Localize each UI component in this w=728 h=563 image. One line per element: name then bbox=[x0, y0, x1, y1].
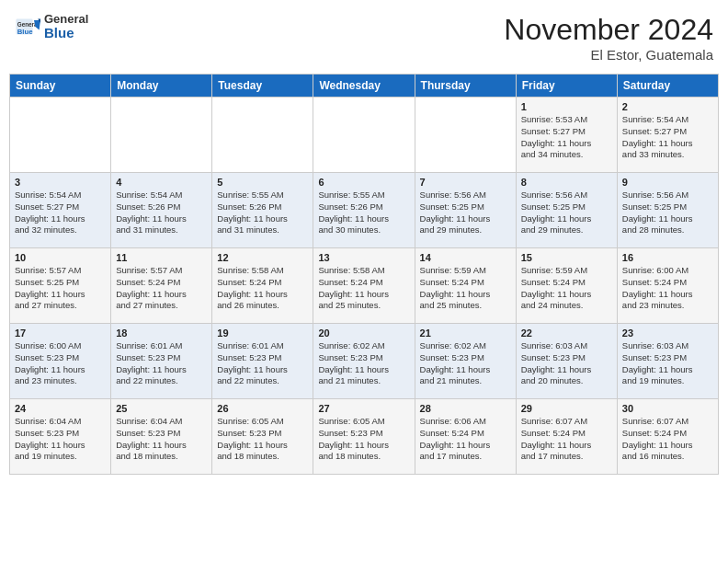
day-number: 20 bbox=[318, 327, 409, 339]
day-info: Sunrise: 6:07 AMSunset: 5:24 PMDaylight:… bbox=[622, 416, 713, 463]
day-info: Sunrise: 5:59 AMSunset: 5:24 PMDaylight:… bbox=[521, 265, 612, 312]
day-number: 26 bbox=[217, 403, 308, 414]
calendar-cell: 29Sunrise: 6:07 AMSunset: 5:24 PMDayligh… bbox=[516, 399, 617, 475]
calendar-cell: 23Sunrise: 6:03 AMSunset: 5:23 PMDayligh… bbox=[617, 324, 718, 399]
calendar-cell: 26Sunrise: 6:05 AMSunset: 5:23 PMDayligh… bbox=[212, 399, 313, 475]
day-info: Sunrise: 6:01 AMSunset: 5:23 PMDaylight:… bbox=[116, 340, 207, 387]
logo-blue-text: Blue bbox=[44, 26, 88, 41]
day-number: 29 bbox=[521, 403, 612, 414]
title-block: November 2024 El Estor, Guatemala bbox=[504, 13, 713, 63]
calendar-cell: 13Sunrise: 5:58 AMSunset: 5:24 PMDayligh… bbox=[313, 248, 415, 324]
calendar-cell: 27Sunrise: 6:05 AMSunset: 5:23 PMDayligh… bbox=[313, 399, 415, 475]
calendar-cell: 7Sunrise: 5:56 AMSunset: 5:25 PMDaylight… bbox=[415, 173, 516, 248]
day-number: 24 bbox=[15, 403, 106, 414]
day-number: 19 bbox=[217, 327, 308, 339]
day-info: Sunrise: 5:58 AMSunset: 5:24 PMDaylight:… bbox=[318, 265, 409, 312]
day-info: Sunrise: 5:57 AMSunset: 5:24 PMDaylight:… bbox=[116, 265, 207, 312]
day-number: 9 bbox=[622, 177, 713, 188]
calendar-week-3: 10Sunrise: 5:57 AMSunset: 5:25 PMDayligh… bbox=[10, 248, 719, 324]
day-info: Sunrise: 5:58 AMSunset: 5:24 PMDaylight:… bbox=[217, 265, 308, 312]
calendar-cell bbox=[212, 98, 313, 173]
day-number: 13 bbox=[318, 252, 409, 263]
day-info: Sunrise: 6:06 AMSunset: 5:24 PMDaylight:… bbox=[420, 416, 511, 463]
calendar-week-5: 24Sunrise: 6:04 AMSunset: 5:23 PMDayligh… bbox=[10, 399, 719, 475]
day-info: Sunrise: 6:05 AMSunset: 5:23 PMDaylight:… bbox=[217, 416, 308, 463]
month-title: November 2024 bbox=[504, 13, 713, 47]
calendar-cell: 5Sunrise: 5:55 AMSunset: 5:26 PMDaylight… bbox=[212, 173, 313, 248]
weekday-header-sunday: Sunday bbox=[10, 75, 111, 98]
weekday-header-friday: Friday bbox=[516, 75, 617, 98]
calendar-cell: 12Sunrise: 5:58 AMSunset: 5:24 PMDayligh… bbox=[212, 248, 313, 324]
day-number: 17 bbox=[15, 327, 106, 339]
day-number: 23 bbox=[622, 327, 713, 339]
calendar-body: 1Sunrise: 5:53 AMSunset: 5:27 PMDaylight… bbox=[10, 98, 719, 475]
calendar-cell: 30Sunrise: 6:07 AMSunset: 5:24 PMDayligh… bbox=[617, 399, 718, 475]
calendar-week-1: 1Sunrise: 5:53 AMSunset: 5:27 PMDaylight… bbox=[10, 98, 719, 173]
day-info: Sunrise: 6:07 AMSunset: 5:24 PMDaylight:… bbox=[521, 416, 612, 463]
calendar: SundayMondayTuesdayWednesdayThursdayFrid… bbox=[9, 74, 719, 475]
calendar-cell: 15Sunrise: 5:59 AMSunset: 5:24 PMDayligh… bbox=[516, 248, 617, 324]
day-info: Sunrise: 5:57 AMSunset: 5:25 PMDaylight:… bbox=[15, 265, 106, 312]
calendar-cell: 2Sunrise: 5:54 AMSunset: 5:27 PMDaylight… bbox=[617, 98, 718, 173]
calendar-cell bbox=[415, 98, 516, 173]
day-number: 3 bbox=[15, 177, 106, 188]
day-number: 25 bbox=[116, 403, 207, 414]
logo-text: General Blue bbox=[44, 13, 88, 41]
day-info: Sunrise: 5:53 AMSunset: 5:27 PMDaylight:… bbox=[521, 114, 612, 161]
day-info: Sunrise: 6:00 AMSunset: 5:23 PMDaylight:… bbox=[15, 340, 106, 387]
weekday-header-saturday: Saturday bbox=[617, 75, 718, 98]
day-number: 8 bbox=[521, 177, 612, 188]
day-number: 14 bbox=[420, 252, 511, 263]
calendar-cell bbox=[313, 98, 415, 173]
day-number: 11 bbox=[116, 252, 207, 263]
calendar-cell: 21Sunrise: 6:02 AMSunset: 5:23 PMDayligh… bbox=[415, 324, 516, 399]
weekday-header-wednesday: Wednesday bbox=[313, 75, 415, 98]
day-info: Sunrise: 5:54 AMSunset: 5:27 PMDaylight:… bbox=[15, 190, 106, 236]
day-info: Sunrise: 6:04 AMSunset: 5:23 PMDaylight:… bbox=[15, 416, 106, 463]
day-info: Sunrise: 5:55 AMSunset: 5:26 PMDaylight:… bbox=[217, 190, 308, 236]
calendar-cell: 16Sunrise: 6:00 AMSunset: 5:24 PMDayligh… bbox=[617, 248, 718, 324]
calendar-cell bbox=[10, 98, 111, 173]
logo-general-text: General bbox=[44, 13, 88, 26]
day-info: Sunrise: 6:03 AMSunset: 5:23 PMDaylight:… bbox=[622, 340, 713, 387]
calendar-cell: 10Sunrise: 5:57 AMSunset: 5:25 PMDayligh… bbox=[10, 248, 111, 324]
weekday-header-tuesday: Tuesday bbox=[212, 75, 313, 98]
header: General Blue General Blue November 2024 … bbox=[9, 9, 719, 66]
day-number: 22 bbox=[521, 327, 612, 339]
day-info: Sunrise: 6:04 AMSunset: 5:23 PMDaylight:… bbox=[116, 416, 207, 463]
svg-text:Blue: Blue bbox=[17, 28, 33, 36]
calendar-cell: 22Sunrise: 6:03 AMSunset: 5:23 PMDayligh… bbox=[516, 324, 617, 399]
weekday-header-thursday: Thursday bbox=[415, 75, 516, 98]
calendar-cell: 3Sunrise: 5:54 AMSunset: 5:27 PMDaylight… bbox=[10, 173, 111, 248]
day-info: Sunrise: 6:05 AMSunset: 5:23 PMDaylight:… bbox=[318, 416, 409, 463]
day-info: Sunrise: 6:02 AMSunset: 5:23 PMDaylight:… bbox=[318, 340, 409, 387]
calendar-cell: 9Sunrise: 5:56 AMSunset: 5:25 PMDaylight… bbox=[617, 173, 718, 248]
day-number: 4 bbox=[116, 177, 207, 188]
calendar-cell: 8Sunrise: 5:56 AMSunset: 5:25 PMDaylight… bbox=[516, 173, 617, 248]
day-info: Sunrise: 5:54 AMSunset: 5:27 PMDaylight:… bbox=[622, 114, 713, 161]
day-number: 27 bbox=[318, 403, 409, 414]
day-number: 10 bbox=[15, 252, 106, 263]
calendar-header: SundayMondayTuesdayWednesdayThursdayFrid… bbox=[10, 75, 719, 98]
day-info: Sunrise: 5:59 AMSunset: 5:24 PMDaylight:… bbox=[420, 265, 511, 312]
day-number: 16 bbox=[622, 252, 713, 263]
location-title: El Estor, Guatemala bbox=[504, 47, 713, 63]
calendar-cell: 20Sunrise: 6:02 AMSunset: 5:23 PMDayligh… bbox=[313, 324, 415, 399]
day-info: Sunrise: 6:03 AMSunset: 5:23 PMDaylight:… bbox=[521, 340, 612, 387]
weekday-row: SundayMondayTuesdayWednesdayThursdayFrid… bbox=[10, 75, 719, 98]
day-info: Sunrise: 5:54 AMSunset: 5:26 PMDaylight:… bbox=[116, 190, 207, 236]
day-number: 18 bbox=[116, 327, 207, 339]
calendar-cell: 4Sunrise: 5:54 AMSunset: 5:26 PMDaylight… bbox=[111, 173, 212, 248]
day-number: 15 bbox=[521, 252, 612, 263]
day-number: 12 bbox=[217, 252, 308, 263]
day-info: Sunrise: 5:55 AMSunset: 5:26 PMDaylight:… bbox=[318, 190, 409, 236]
day-number: 1 bbox=[521, 101, 612, 112]
logo-icon: General Blue bbox=[15, 14, 40, 40]
weekday-header-monday: Monday bbox=[111, 75, 212, 98]
calendar-week-2: 3Sunrise: 5:54 AMSunset: 5:27 PMDaylight… bbox=[10, 173, 719, 248]
day-info: Sunrise: 5:56 AMSunset: 5:25 PMDaylight:… bbox=[420, 190, 511, 236]
day-info: Sunrise: 5:56 AMSunset: 5:25 PMDaylight:… bbox=[622, 190, 713, 236]
day-number: 7 bbox=[420, 177, 511, 188]
calendar-cell: 14Sunrise: 5:59 AMSunset: 5:24 PMDayligh… bbox=[415, 248, 516, 324]
day-info: Sunrise: 6:02 AMSunset: 5:23 PMDaylight:… bbox=[420, 340, 511, 387]
